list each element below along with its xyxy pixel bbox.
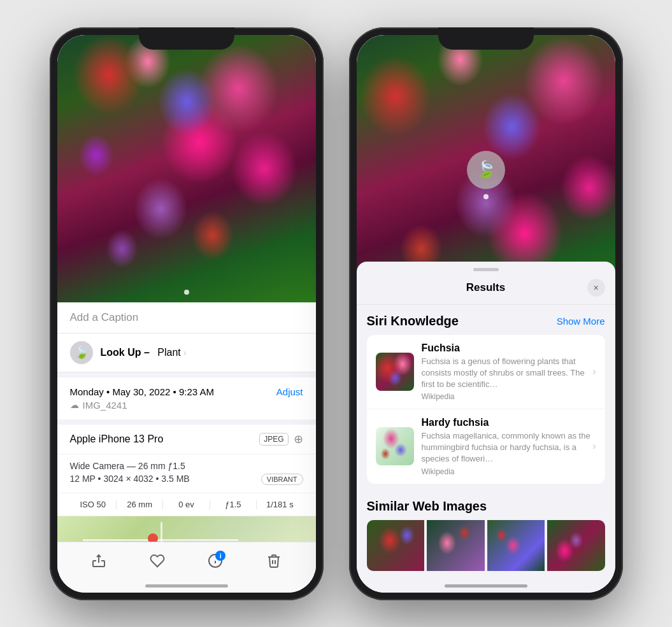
caption-placeholder[interactable]: Add a Caption <box>70 311 139 323</box>
similar-images-section: Similar Web Images <box>357 490 615 576</box>
info-button[interactable]: i <box>208 553 223 568</box>
results-handle[interactable] <box>473 268 499 271</box>
results-header: Results × <box>357 276 615 305</box>
home-indicator-2 <box>445 584 527 588</box>
hardy-fuchsia-thumbnail <box>376 427 414 465</box>
hardy-fuchsia-content: Hardy fuchsia Fuchsia magellanica, commo… <box>422 417 596 476</box>
similar-image-2[interactable] <box>427 520 485 571</box>
hardy-fuchsia-title: Hardy fuchsia <box>422 417 596 428</box>
lookup-label: Look Up – Plant › <box>101 347 187 358</box>
home-indicator <box>145 584 228 588</box>
exif-row: ISO 50 26 mm 0 ev ƒ1.5 1/181 s <box>57 493 316 516</box>
fuchsia-chevron-icon: › <box>592 366 596 377</box>
camera-details: Wide Camera — 26 mm ƒ1.5 12 MP • 3024 × … <box>57 454 316 493</box>
camera-badges: JPEG ⊕ <box>259 432 303 446</box>
lookup-chevron-icon: › <box>183 348 187 358</box>
siri-knowledge-section: Siri Knowledge Show More Fuchsia <box>357 305 615 490</box>
flower-photo <box>57 35 316 302</box>
filename-text: IMG_4241 <box>83 400 127 411</box>
siri-item-hardy-fuchsia[interactable]: Hardy fuchsia Fuchsia magellanica, commo… <box>367 409 605 484</box>
jpeg-badge: JPEG <box>259 433 288 446</box>
hardy-fuchsia-thumb-image <box>376 427 414 465</box>
exif-focal-length: 26 mm <box>117 500 163 509</box>
similar-image-1[interactable] <box>367 520 425 571</box>
siri-results-card: Fuchsia Fuchsia is a genus of flowering … <box>367 335 605 484</box>
phone-2-screen: 🍃 Results × Siri K <box>357 35 615 593</box>
share-button[interactable] <box>91 553 106 568</box>
favorite-button[interactable] <box>150 553 165 568</box>
caption-section: Add a Caption <box>57 302 316 334</box>
date-text: Monday • May 30, 2022 • 9:23 AM <box>70 386 214 397</box>
camera-spec-2: 12 MP • 3024 × 4032 • 3.5 MB VIBRANT <box>70 474 303 484</box>
adjust-button[interactable]: Adjust <box>276 386 303 397</box>
info-badge: i <box>215 551 225 561</box>
fuchsia-thumbnail <box>376 353 414 391</box>
results-title: Results <box>385 281 587 294</box>
exif-ev: 0 ev <box>163 500 210 509</box>
siri-item-fuchsia[interactable]: Fuchsia Fuchsia is a genus of flowering … <box>367 335 605 410</box>
exif-shutter: 1/181 s <box>257 500 303 509</box>
location-icon: ⊕ <box>294 432 303 446</box>
cloud-icon: ☁ <box>70 400 79 410</box>
similar-image-3[interactable] <box>487 520 545 571</box>
hardy-fuchsia-source: Wikipedia <box>422 467 596 476</box>
hardy-fuchsia-chevron-icon: › <box>592 440 596 452</box>
camera-spec-1: Wide Camera — 26 mm ƒ1.5 <box>70 461 303 471</box>
delete-button[interactable] <box>266 553 282 568</box>
siri-section-header: Siri Knowledge Show More <box>367 314 605 328</box>
camera-row: Apple iPhone 13 Pro JPEG ⊕ <box>57 425 316 454</box>
camera-name: Apple iPhone 13 Pro <box>70 433 164 445</box>
exif-aperture: ƒ1.5 <box>210 500 257 509</box>
visual-lookup-icon: 🍃 <box>70 341 93 364</box>
visual-search-button[interactable]: 🍃 <box>467 151 505 189</box>
results-panel: Results × Siri Knowledge Show More <box>357 262 615 593</box>
date-info-section: Monday • May 30, 2022 • 9:23 AM Adjust ☁… <box>57 377 316 419</box>
photo-display[interactable] <box>57 35 316 302</box>
fuchsia-content: Fuchsia Fuchsia is a genus of flowering … <box>422 342 596 402</box>
phone-1: Add a Caption 🍃 Look Up – Plant › Monday… <box>50 27 324 600</box>
similar-image-4[interactable] <box>547 520 605 571</box>
close-button[interactable]: × <box>587 279 605 297</box>
fuchsia-thumb-image <box>376 353 414 391</box>
siri-knowledge-title: Siri Knowledge <box>367 314 459 328</box>
exif-iso: ISO 50 <box>70 500 117 509</box>
hardy-fuchsia-description: Fuchsia magellanica, commonly known as t… <box>422 430 596 465</box>
fuchsia-source: Wikipedia <box>422 392 596 401</box>
show-more-button[interactable]: Show More <box>557 316 605 327</box>
fuchsia-description: Fuchsia is a genus of flowering plants t… <box>422 356 596 391</box>
phone-2: 🍃 Results × Siri K <box>349 27 623 600</box>
fuchsia-title: Fuchsia <box>422 342 596 354</box>
similar-images-grid <box>367 520 605 571</box>
similar-images-title: Similar Web Images <box>367 499 605 514</box>
phone-1-screen: Add a Caption 🍃 Look Up – Plant › Monday… <box>57 35 316 593</box>
vibrant-badge: VIBRANT <box>261 474 303 485</box>
lookup-row[interactable]: 🍃 Look Up – Plant › <box>57 334 316 372</box>
photo-dot-indicator <box>184 290 189 295</box>
visual-search-dot <box>483 194 489 199</box>
